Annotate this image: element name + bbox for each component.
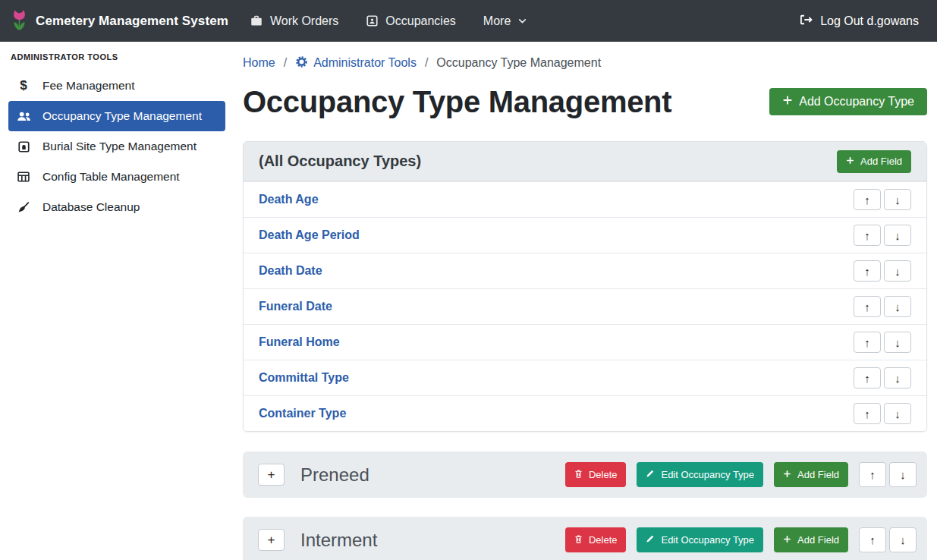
arrow-up-icon: ↑ bbox=[864, 300, 870, 313]
reorder-controls: ↑ ↓ bbox=[859, 462, 917, 487]
move-up-button[interactable]: ↑ bbox=[854, 332, 881, 353]
edit-occupancy-type-button[interactable]: Edit Occupancy Type bbox=[637, 462, 763, 487]
field-row: Death Age ↑ ↓ bbox=[244, 181, 926, 217]
arrow-up-icon: ↑ bbox=[864, 372, 870, 385]
move-down-button[interactable]: ↓ bbox=[884, 296, 911, 317]
edit-occupancy-type-button[interactable]: Edit Occupancy Type bbox=[637, 527, 763, 552]
move-down-button[interactable]: ↓ bbox=[884, 189, 911, 210]
expand-section-button[interactable]: + bbox=[258, 464, 285, 486]
admin-sidebar: Administrator Tools $ Fee Management Occ… bbox=[0, 42, 234, 560]
delete-label: Delete bbox=[589, 469, 618, 480]
field-link[interactable]: Container Type bbox=[259, 407, 346, 420]
add-field-button[interactable]: Add Field bbox=[837, 150, 911, 173]
navbar-links: Work Orders Occupancies More bbox=[250, 14, 527, 28]
nav-more[interactable]: More bbox=[483, 14, 527, 28]
logout-icon bbox=[800, 14, 813, 29]
breadcrumb-current-page: Occupancy Type Management bbox=[436, 56, 601, 70]
add-field-button[interactable]: Add Field bbox=[774, 462, 848, 487]
breadcrumb-home[interactable]: Home bbox=[243, 56, 275, 70]
sidebar-item-occupancy-type-management[interactable]: Occupancy Type Management bbox=[8, 101, 225, 131]
sidebar-item-label: Config Table Management bbox=[42, 168, 180, 186]
arrow-down-icon: ↓ bbox=[895, 336, 901, 349]
sidebar-item-database-cleanup[interactable]: Database Cleanup bbox=[8, 192, 225, 222]
arrow-down-icon: ↓ bbox=[895, 265, 901, 278]
occupancy-type-section-interment: + Interment Delete Edit Occupancy Type bbox=[243, 517, 927, 560]
plus-icon bbox=[783, 534, 791, 546]
nav-occupancies[interactable]: Occupancies bbox=[366, 14, 456, 28]
field-link[interactable]: Death Age bbox=[259, 193, 319, 206]
move-down-button[interactable]: ↓ bbox=[884, 403, 911, 424]
arrow-up-icon: ↑ bbox=[864, 193, 870, 206]
add-occupancy-type-label: Add Occupancy Type bbox=[799, 95, 914, 109]
move-up-button[interactable]: ↑ bbox=[854, 260, 881, 282]
reorder-controls: ↑ ↓ bbox=[854, 260, 911, 282]
plus-icon: + bbox=[268, 533, 275, 548]
move-down-button[interactable]: ↓ bbox=[884, 260, 911, 282]
move-down-button[interactable]: ↓ bbox=[884, 367, 911, 389]
field-link[interactable]: Committal Type bbox=[259, 371, 349, 385]
chevron-down-icon bbox=[517, 16, 527, 26]
app-brand[interactable]: Cemetery Management System bbox=[11, 8, 228, 34]
delete-button[interactable]: Delete bbox=[565, 462, 627, 487]
toolbox-icon bbox=[250, 14, 263, 27]
app-title: Cemetery Management System bbox=[36, 14, 228, 29]
sidebar-item-burial-site-type-management[interactable]: Burial Site Type Management bbox=[8, 131, 225, 162]
add-field-label: Add Field bbox=[797, 469, 839, 480]
move-up-button[interactable]: ↑ bbox=[854, 225, 881, 246]
move-up-button[interactable]: ↑ bbox=[859, 462, 886, 487]
breadcrumb-separator: / bbox=[275, 56, 295, 70]
move-up-button[interactable]: ↑ bbox=[859, 527, 886, 552]
reorder-controls: ↑ ↓ bbox=[859, 527, 917, 552]
broom-icon bbox=[15, 201, 32, 214]
sidebar-item-label: Occupancy Type Management bbox=[42, 107, 202, 125]
move-down-button[interactable]: ↓ bbox=[889, 527, 917, 552]
reorder-controls: ↑ ↓ bbox=[854, 403, 911, 424]
trash-icon bbox=[574, 534, 583, 546]
move-up-button[interactable]: ↑ bbox=[854, 367, 881, 389]
reorder-controls: ↑ ↓ bbox=[854, 225, 911, 246]
expand-section-button[interactable]: + bbox=[258, 529, 285, 551]
logout-button[interactable]: Log Out d.gowans bbox=[800, 14, 919, 29]
nav-work-orders[interactable]: Work Orders bbox=[250, 14, 338, 28]
field-link[interactable]: Funeral Date bbox=[259, 300, 332, 313]
occupancy-type-section-preneed: + Preneed Delete Edit Occupancy Type bbox=[243, 451, 927, 498]
move-down-button[interactable]: ↓ bbox=[889, 462, 917, 487]
add-field-button[interactable]: Add Field bbox=[774, 527, 848, 552]
move-up-button[interactable]: ↑ bbox=[854, 189, 881, 210]
add-occupancy-type-button[interactable]: Add Occupancy Type bbox=[769, 88, 927, 115]
field-link[interactable]: Funeral Home bbox=[259, 335, 340, 349]
section-title: Preneed bbox=[300, 464, 369, 486]
page-title: Occupancy Type Management bbox=[243, 83, 671, 120]
field-link[interactable]: Death Age Period bbox=[259, 228, 360, 242]
sidebar-item-config-table-management[interactable]: Config Table Management bbox=[8, 162, 225, 192]
plus-icon bbox=[846, 156, 854, 167]
move-down-button[interactable]: ↓ bbox=[884, 225, 911, 246]
add-field-label: Add Field bbox=[860, 156, 902, 167]
sidebar-item-fee-management[interactable]: $ Fee Management bbox=[8, 71, 225, 101]
users-icon bbox=[15, 110, 32, 122]
arrow-down-icon: ↓ bbox=[895, 372, 901, 385]
main-content: Home / Administrator Tools / Occupancy T… bbox=[234, 42, 937, 560]
arrow-up-icon: ↑ bbox=[869, 533, 876, 546]
all-occupancy-types-card: (All Occupancy Types) Add Field Death Ag… bbox=[243, 141, 927, 432]
arrow-up-icon: ↑ bbox=[869, 468, 876, 481]
sidebar-heading: Administrator Tools bbox=[0, 48, 234, 71]
section-title: Interment bbox=[300, 530, 377, 551]
breadcrumb-separator: / bbox=[417, 56, 436, 70]
edit-occupancy-type-label: Edit Occupancy Type bbox=[661, 469, 754, 480]
move-up-button[interactable]: ↑ bbox=[854, 403, 881, 424]
sidebar-item-label: Database Cleanup bbox=[42, 198, 140, 216]
delete-label: Delete bbox=[589, 534, 618, 546]
move-down-button[interactable]: ↓ bbox=[884, 332, 911, 353]
breadcrumb-administrator-tools[interactable]: Administrator Tools bbox=[295, 55, 417, 70]
reorder-controls: ↑ ↓ bbox=[854, 332, 911, 353]
logout-label: Log Out d.gowans bbox=[820, 14, 919, 28]
nav-work-orders-label: Work Orders bbox=[270, 14, 338, 28]
delete-button[interactable]: Delete bbox=[565, 527, 627, 552]
field-link[interactable]: Death Date bbox=[259, 264, 322, 278]
breadcrumb-admin-tools-label: Administrator Tools bbox=[313, 56, 417, 70]
arrow-down-icon: ↓ bbox=[895, 193, 901, 206]
edit-occupancy-type-label: Edit Occupancy Type bbox=[661, 534, 754, 546]
field-row: Death Age Period ↑ ↓ bbox=[244, 217, 926, 253]
move-up-button[interactable]: ↑ bbox=[854, 296, 881, 317]
